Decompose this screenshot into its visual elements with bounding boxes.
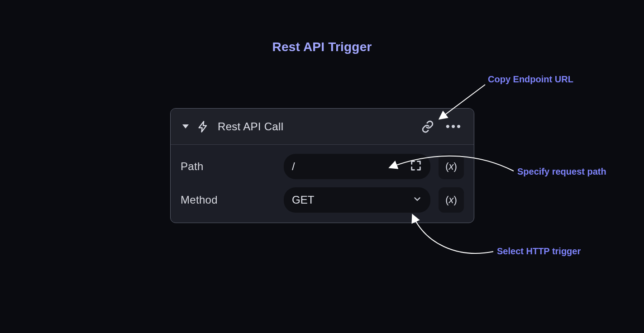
method-value: GET — [292, 194, 314, 206]
panel-title: Rest API Call — [218, 120, 283, 133]
path-input[interactable]: / — [284, 154, 430, 179]
path-value: / — [292, 160, 295, 173]
path-row: Path / (x) — [181, 154, 464, 179]
expand-icon[interactable] — [410, 159, 422, 174]
page-title: Rest API Trigger — [0, 40, 644, 54]
method-select[interactable]: GET — [284, 187, 430, 213]
method-row: Method GET (x) — [181, 187, 464, 213]
annotation-specify-path: Specify request path — [517, 166, 606, 177]
annotation-select-trigger: Select HTTP trigger — [497, 246, 581, 257]
lightning-icon — [197, 120, 210, 133]
path-label: Path — [181, 160, 276, 173]
chevron-down-icon — [412, 194, 422, 206]
more-icon[interactable]: ••• — [445, 118, 463, 136]
method-label: Method — [181, 194, 276, 206]
panel-header: Rest API Call ••• — [171, 109, 474, 145]
panel-body: Path / (x) Method GET — [171, 145, 474, 223]
collapse-toggle-icon[interactable] — [182, 124, 189, 128]
annotation-copy-endpoint: Copy Endpoint URL — [488, 74, 573, 85]
trigger-panel: Rest API Call ••• Path / — [170, 108, 474, 223]
link-icon[interactable] — [419, 118, 437, 136]
variable-button[interactable]: (x) — [439, 154, 464, 179]
variable-button[interactable]: (x) — [439, 187, 464, 213]
